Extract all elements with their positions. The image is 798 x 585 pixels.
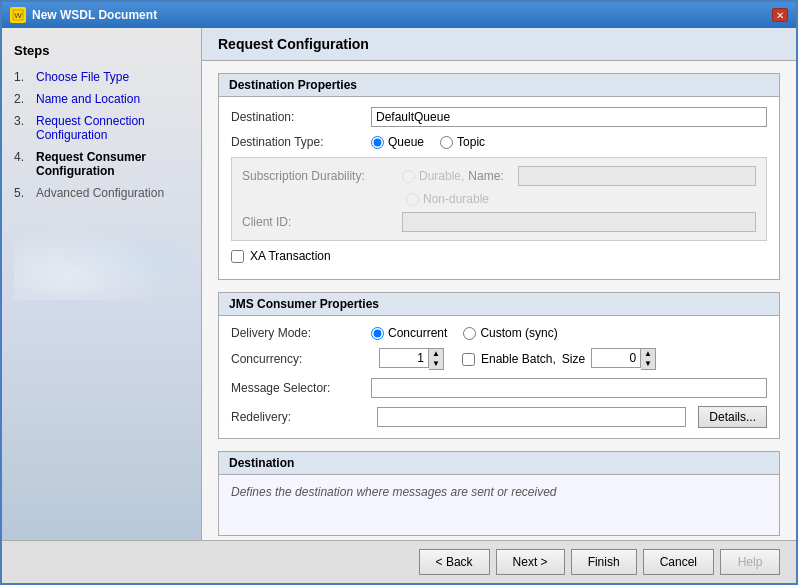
jms-consumer-section: JMS Consumer Properties Delivery Mode: C…: [218, 292, 780, 439]
message-selector-input[interactable]: [371, 378, 767, 398]
sidebar-title: Steps: [14, 43, 189, 58]
durability-row: Subscription Durability: Durable, Name:: [242, 166, 756, 186]
step-item-3: 3. Request Connection Configuration: [14, 114, 189, 142]
step-num-3: 3.: [14, 114, 32, 128]
concurrency-label: Concurrency:: [231, 352, 371, 366]
step-num-5: 5.: [14, 186, 32, 200]
title-bar: W New WSDL Document ✕: [2, 2, 796, 28]
right-panel: Request Configuration Destination Proper…: [202, 28, 796, 540]
main-window: W New WSDL Document ✕ Steps 1. Choose Fi…: [0, 0, 798, 585]
panel-header: Request Configuration: [202, 28, 796, 61]
enable-batch-checkbox[interactable]: [462, 353, 475, 366]
panel-body: Destination Properties Destination: Dest…: [202, 61, 796, 540]
concurrency-spinner[interactable]: ▲ ▼: [379, 348, 444, 370]
radio-concurrent[interactable]: Concurrent: [371, 326, 447, 340]
radio-custom-sync[interactable]: Custom (sync): [463, 326, 557, 340]
step-item-1: 1. Choose File Type: [14, 70, 189, 84]
nondurable-row: Non-durable: [242, 192, 756, 206]
back-button[interactable]: < Back: [419, 549, 490, 575]
step-label-4: Request Consumer Configuration: [36, 150, 189, 178]
spinner-buttons: ▲ ▼: [429, 348, 444, 370]
step-num-2: 2.: [14, 92, 32, 106]
size-spinner-up[interactable]: ▲: [641, 349, 655, 359]
radio-durable: Durable,: [402, 169, 464, 183]
window-icon: W: [10, 7, 26, 23]
durability-label: Subscription Durability:: [242, 169, 402, 183]
footer: < Back Next > Finish Cancel Help: [2, 540, 796, 583]
destination-row: Destination:: [231, 107, 767, 127]
radio-topic[interactable]: Topic: [440, 135, 485, 149]
destination-type-radio-group: Queue Topic: [371, 135, 767, 149]
destination-section-header: Destination Properties: [219, 74, 779, 97]
concurrency-input[interactable]: [379, 348, 429, 368]
destination-properties-section: Destination Properties Destination: Dest…: [218, 73, 780, 280]
window-title: New WSDL Document: [32, 8, 157, 22]
radio-concurrent-input[interactable]: [371, 327, 384, 340]
help-button[interactable]: Help: [720, 549, 780, 575]
jms-section-body: Delivery Mode: Concurrent Custom (sync): [219, 316, 779, 438]
name-sub-label: Name:: [468, 169, 518, 183]
step-item-5: 5. Advanced Configuration: [14, 186, 189, 200]
destination-label: Destination:: [231, 110, 371, 124]
info-text: Defines the destination where messages a…: [231, 485, 557, 499]
finish-button[interactable]: Finish: [571, 549, 637, 575]
radio-queue[interactable]: Queue: [371, 135, 424, 149]
radio-queue-input[interactable]: [371, 136, 384, 149]
step-num-1: 1.: [14, 70, 32, 84]
destination-section-body: Destination: Destination Type: Queue: [219, 97, 779, 279]
size-spinner-down[interactable]: ▼: [641, 359, 655, 369]
radio-custom-sync-label: Custom (sync): [480, 326, 557, 340]
step-label-5: Advanced Configuration: [36, 186, 164, 200]
main-content: Steps 1. Choose File Type 2. Name and Lo…: [2, 28, 796, 540]
steps-list: 1. Choose File Type 2. Name and Location…: [14, 70, 189, 200]
title-bar-left: W New WSDL Document: [10, 7, 157, 23]
step-label-3[interactable]: Request Connection Configuration: [36, 114, 189, 142]
svg-text:W: W: [14, 11, 22, 20]
radio-topic-label: Topic: [457, 135, 485, 149]
xa-transaction-row[interactable]: XA Transaction: [231, 249, 767, 263]
subscription-sub-section: Subscription Durability: Durable, Name:: [231, 157, 767, 241]
destination-input[interactable]: [371, 107, 767, 127]
size-input[interactable]: [591, 348, 641, 368]
radio-nondurable-label: Non-durable: [423, 192, 489, 206]
client-id-row: Client ID:: [242, 212, 756, 232]
radio-durable-input: [402, 170, 415, 183]
concurrency-row: Concurrency: ▲ ▼ Enable Batch,: [231, 348, 767, 370]
redelivery-row: Redelivery: Details...: [231, 406, 767, 428]
radio-durable-label: Durable,: [419, 169, 464, 183]
destination-type-row: Destination Type: Queue Topic: [231, 135, 767, 149]
radio-topic-input[interactable]: [440, 136, 453, 149]
step-label-1[interactable]: Choose File Type: [36, 70, 129, 84]
client-id-input: [402, 212, 756, 232]
xa-transaction-label: XA Transaction: [250, 249, 331, 263]
step-label-2[interactable]: Name and Location: [36, 92, 140, 106]
radio-custom-sync-input[interactable]: [463, 327, 476, 340]
close-button[interactable]: ✕: [772, 8, 788, 22]
info-section-header: Destination: [219, 452, 779, 475]
info-section: Destination Defines the destination wher…: [218, 451, 780, 536]
details-button[interactable]: Details...: [698, 406, 767, 428]
step-item-2: 2. Name and Location: [14, 92, 189, 106]
xa-transaction-checkbox[interactable]: [231, 250, 244, 263]
jms-section-header: JMS Consumer Properties: [219, 293, 779, 316]
delivery-mode-row: Delivery Mode: Concurrent Custom (sync): [231, 326, 767, 340]
spinner-down[interactable]: ▼: [429, 359, 443, 369]
radio-queue-label: Queue: [388, 135, 424, 149]
spinner-up[interactable]: ▲: [429, 349, 443, 359]
size-spinner[interactable]: ▲ ▼: [591, 348, 656, 370]
delivery-mode-radio-group: Concurrent Custom (sync): [371, 326, 767, 340]
radio-nondurable-input: [406, 193, 419, 206]
destination-type-label: Destination Type:: [231, 135, 371, 149]
enable-batch-label: Enable Batch,: [481, 352, 556, 366]
next-button[interactable]: Next >: [496, 549, 565, 575]
sub-name-input: [518, 166, 756, 186]
size-spinner-buttons: ▲ ▼: [641, 348, 656, 370]
step-num-4: 4.: [14, 150, 32, 164]
info-section-body: Defines the destination where messages a…: [219, 475, 779, 535]
client-id-label: Client ID:: [242, 215, 402, 229]
step-item-4: 4. Request Consumer Configuration: [14, 150, 189, 178]
sidebar-decoration: [14, 220, 189, 300]
redelivery-input[interactable]: [377, 407, 686, 427]
batch-group: Enable Batch, Size ▲ ▼: [462, 348, 656, 370]
cancel-button[interactable]: Cancel: [643, 549, 714, 575]
